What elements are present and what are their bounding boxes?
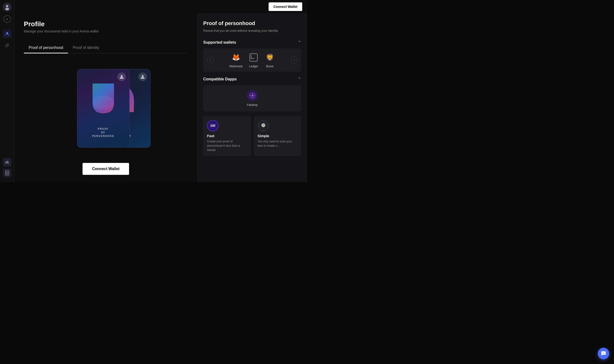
ledger-label: Ledger [249,65,258,68]
right-panel-subtitle: Reveal that you do exist without reveali… [203,28,301,33]
sidebar-item-link[interactable] [3,41,12,50]
fast-icon [207,120,219,131]
personhood-card: PROOFOFPERSONHOOD [77,69,130,148]
brave-label: Brave [266,65,273,68]
tab-proof-of-identity[interactable]: Proof of identity [68,43,104,53]
svg-point-11 [121,75,123,77]
svg-rect-6 [5,171,9,175]
svg-point-5 [7,161,8,162]
svg-point-12 [92,95,114,110]
right-panel-title: Proof of personhood [203,20,301,26]
brave-icon: 🦁 [264,52,275,63]
main-area: Connect Wallet Profile Manage your docum… [14,0,307,182]
dapps-box: Fairdrop [203,85,301,111]
avatar [3,3,12,12]
svg-point-3 [6,32,8,34]
fast-title: Fast [207,134,247,138]
sidebar-item-people[interactable] [3,158,12,167]
supported-wallets-section: Supported wallets ⌃ ‹ 🦊 Metamask [203,40,301,72]
sidebar-item-document[interactable] [3,169,12,177]
ledger-icon [248,52,259,63]
fairdrop-icon [247,90,258,101]
wallets-next-button[interactable]: › [291,57,298,64]
expand-sidebar-button[interactable]: › [3,15,11,23]
connect-wallet-main-button[interactable]: Connect Wallet [82,163,129,175]
svg-point-10 [142,75,144,77]
simple-icon [258,120,269,131]
content-area: Profile Manage your documents held in yo… [14,0,307,182]
wallets-prev-button[interactable]: ‹ [207,57,214,64]
sidebar-bottom [3,158,12,179]
svg-point-4 [6,161,7,163]
tabs: Proof of personhood Proof of identity [24,43,188,53]
personhood-card-label: PROOFOFPERSONHOOD [77,127,129,138]
connect-wallet-top-button[interactable]: Connect Wallet [269,2,302,11]
compatible-dapps-section: Compatible Dapps ⌃ [203,77,301,111]
page-title: Profile [24,20,188,28]
svg-point-26 [262,123,265,126]
compatible-dapps-label: Compatible Dapps [203,77,237,81]
simple-title: Simple [258,134,298,138]
svg-point-23 [252,95,253,96]
right-panel: Proof of personhood Reveal that you do e… [197,13,307,182]
compatible-dapps-header: Compatible Dapps ⌃ [203,77,301,82]
feature-cards: Fast Create your proof of personhood in … [203,116,301,156]
wallets-box: ‹ 🦊 Metamask [203,48,301,72]
fast-description: Create your proof of personhood in less … [207,139,247,152]
svg-point-27 [262,124,263,125]
metamask-label: Metamask [229,65,243,68]
dapp-item-fairdrop: Fairdrop [247,90,258,107]
wallets-list: 🦊 Metamask Ledger [216,52,289,68]
feature-card-simple: Simple You only need to scan your face t… [254,116,301,156]
sidebar-item-profile[interactable] [3,30,12,38]
svg-point-28 [264,124,264,125]
supported-wallets-chevron[interactable]: ⌃ [298,40,301,45]
feature-card-fast: Fast Create your proof of personhood in … [203,116,251,156]
supported-wallets-header: Supported wallets ⌃ [203,40,301,45]
simple-description: You only need to scan your face to creat… [258,139,298,148]
wallet-item-metamask: 🦊 Metamask [229,52,243,68]
metamask-icon: 🦊 [231,52,241,63]
topbar: Connect Wallet [14,0,307,13]
svg-point-2 [5,8,9,10]
page-subtitle: Manage your documents held in your Anima… [24,29,188,33]
supported-wallets-label: Supported wallets [203,40,236,45]
cards-container: OFIDENTITY [24,63,188,153]
compatible-dapps-chevron[interactable]: ⌃ [298,77,301,82]
fairdrop-label: Fairdrop [247,103,258,107]
tab-proof-of-personhood[interactable]: Proof of personhood [24,43,68,53]
wallet-item-ledger: Ledger [248,52,259,68]
svg-point-1 [6,5,8,7]
sidebar: › [0,0,14,182]
wallet-item-brave: 🦁 Brave [264,52,275,68]
left-panel: Profile Manage your documents held in yo… [14,13,197,182]
